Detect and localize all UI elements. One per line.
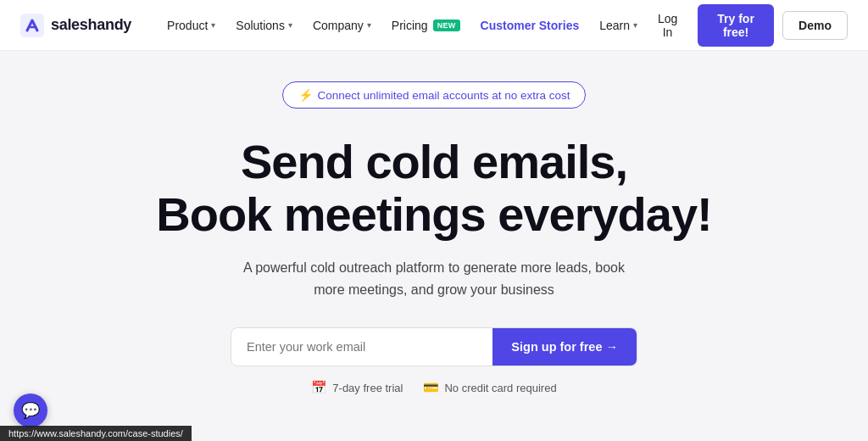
banner-text: Connect unlimited email accounts at no e… <box>318 89 570 102</box>
chevron-down-icon: ▾ <box>211 20 215 30</box>
nav-actions: Log In Try for free! Demo <box>646 4 848 47</box>
navbar: saleshandy Product ▾ Solutions ▾ Company… <box>0 0 868 51</box>
logo-text: saleshandy <box>51 16 131 34</box>
banner-pill[interactable]: ⚡ Connect unlimited email accounts at no… <box>282 81 587 109</box>
nav-links: Product ▾ Solutions ▾ Company ▾ Pricing … <box>159 14 646 37</box>
chevron-down-icon: ▾ <box>367 20 371 30</box>
calendar-icon: 📅 <box>311 380 327 395</box>
email-input[interactable] <box>231 328 492 366</box>
demo-button[interactable]: Demo <box>782 11 848 40</box>
logo-link[interactable]: saleshandy <box>20 14 131 37</box>
nav-item-pricing[interactable]: Pricing NEW <box>383 14 469 37</box>
nav-item-solutions[interactable]: Solutions ▾ <box>227 14 301 37</box>
hero-title: Send cold emails, Book meetings everyday… <box>156 136 711 240</box>
trust-label-credit: No credit card required <box>444 382 556 394</box>
login-button[interactable]: Log In <box>646 7 689 44</box>
bolt-icon: ⚡ <box>298 88 313 102</box>
hero-title-line1: Send cold emails, <box>241 135 627 188</box>
signup-form: Sign up for free → <box>231 327 637 366</box>
chevron-down-icon: ▾ <box>288 20 292 30</box>
hero-section: ⚡ Connect unlimited email accounts at no… <box>0 51 868 395</box>
trust-label-trial: 7-day free trial <box>332 382 403 394</box>
signup-button[interactable]: Sign up for free → <box>492 328 637 366</box>
svg-rect-0 <box>20 14 44 37</box>
credit-card-icon: 💳 <box>423 380 439 395</box>
nav-item-company[interactable]: Company ▾ <box>304 14 380 37</box>
chat-icon: 💬 <box>21 401 40 420</box>
chat-bubble[interactable]: 💬 <box>14 394 47 427</box>
nav-item-customer-stories[interactable]: Customer Stories <box>472 14 588 37</box>
new-badge: NEW <box>433 20 460 31</box>
hero-title-line2: Book meetings everyday! <box>156 187 711 241</box>
trust-item-credit-card: 💳 No credit card required <box>423 380 556 395</box>
chevron-down-icon: ▾ <box>633 20 637 30</box>
nav-item-learn[interactable]: Learn ▾ <box>591 14 646 37</box>
url-bar: https://www.saleshandy.com/case-studies/ <box>0 426 192 441</box>
signup-button-label: Sign up for free → <box>511 340 618 354</box>
logo-icon <box>20 14 44 37</box>
trust-item-trial: 📅 7-day free trial <box>311 380 403 395</box>
trust-row: 📅 7-day free trial 💳 No credit card requ… <box>311 380 556 395</box>
hero-subtitle: A powerful cold outreach platform to gen… <box>231 257 637 300</box>
url-text: https://www.saleshandy.com/case-studies/ <box>8 428 183 438</box>
nav-item-product[interactable]: Product ▾ <box>159 14 224 37</box>
try-for-free-button[interactable]: Try for free! <box>698 4 774 47</box>
